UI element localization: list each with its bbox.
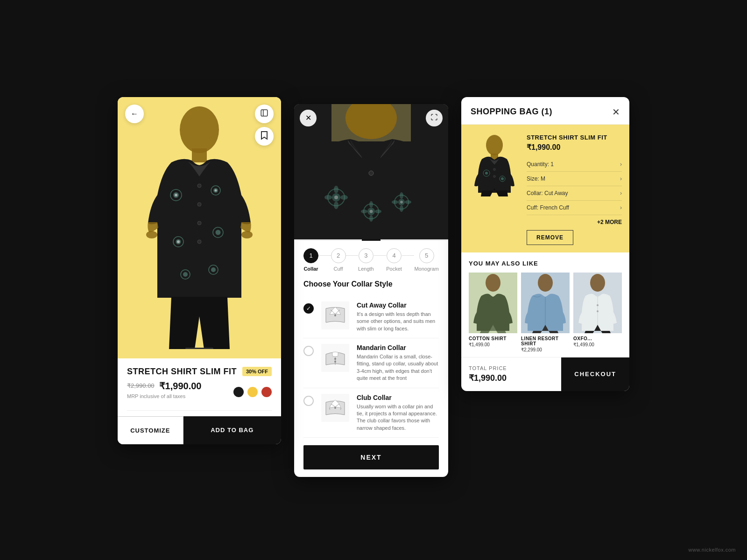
collar-desc-club: Usually worn with a collar pin and tie, … xyxy=(357,403,439,432)
recommendation-item-1[interactable]: COTTON SHIRT ₹1,499.00 xyxy=(469,273,517,352)
checkout-button[interactable]: CHECKOUT xyxy=(561,357,629,391)
collar-info-cutaway: Cut Away Collar It's a design with less … xyxy=(357,301,439,332)
collar-section-title: Choose Your Collar Style xyxy=(303,280,439,288)
step-4-circle: 4 xyxy=(387,248,402,263)
bag-quantity-label: Quantity: 1 xyxy=(527,161,554,168)
bag-item-price: ₹1,990.00 xyxy=(527,143,622,152)
collar-icon-cutaway xyxy=(321,301,349,329)
svg-point-72 xyxy=(597,310,599,312)
collar-option-mandarin[interactable]: Mandarin Collar Mandarin Collar is a sma… xyxy=(303,338,439,388)
svg-point-39 xyxy=(400,192,403,199)
product-actions: CUSTOMIZE ADD TO BAG xyxy=(118,416,281,444)
rec-product-name-3: OXFO... xyxy=(573,336,622,341)
rec-product-name-1: COTTON SHIRT xyxy=(469,336,517,341)
recommendation-item-2[interactable]: LINEN RESORT SHIRT ₹2,299.00 xyxy=(521,273,570,352)
bag-size-row[interactable]: Size: M › xyxy=(527,172,622,186)
step-5-label: Monogram xyxy=(414,266,439,272)
recommendation-item-3[interactable]: OXFO... ₹1,499.00 xyxy=(573,273,622,352)
tax-note: MRP inclusive of all taxes xyxy=(127,393,185,399)
total-price-value: ₹1,990.00 xyxy=(469,373,554,383)
bag-quantity-row[interactable]: Quantity: 1 › xyxy=(527,157,622,172)
shopping-bag-screen: SHOPPING BAG (1) ✕ xyxy=(461,97,629,391)
bag-size-label: Size: M xyxy=(527,175,545,182)
svg-point-16 xyxy=(177,240,180,243)
svg-point-51 xyxy=(334,315,336,316)
collar-option-club[interactable]: Club Collar Usually worn with a collar p… xyxy=(303,388,439,438)
svg-point-18 xyxy=(216,230,221,235)
bag-collar-label: Collar: Cut Away xyxy=(527,190,568,196)
customization-screen: ✕ 1 Collar 2 Cuff xyxy=(294,104,448,477)
remove-item-button[interactable]: REMOVE xyxy=(527,230,573,245)
svg-point-69 xyxy=(590,274,605,292)
collar-icon-mandarin xyxy=(321,344,349,372)
color-swatch-black[interactable] xyxy=(233,387,244,397)
svg-point-7 xyxy=(197,240,201,244)
expand-icon xyxy=(430,113,438,122)
bag-item-image xyxy=(469,132,520,197)
collar-option-cutaway[interactable]: Cut Away Collar It's a design with less … xyxy=(303,296,439,338)
bag-item: STRETCH SHIRT SLIM FIT ₹1,990.00 Quantit… xyxy=(461,125,629,252)
svg-point-24 xyxy=(241,231,253,238)
step-length[interactable]: 3 Length xyxy=(358,248,374,272)
add-to-bag-button[interactable]: ADD TO BAG xyxy=(183,416,281,444)
step-collar[interactable]: 1 Collar xyxy=(303,248,318,272)
next-step-button[interactable]: NEXT xyxy=(303,445,439,469)
recommendation-list: COTTON SHIRT ₹1,499.00 xyxy=(469,273,622,352)
close-customization-button[interactable]: ✕ xyxy=(300,110,317,126)
svg-point-61 xyxy=(493,175,496,177)
collar-radio-club[interactable] xyxy=(303,396,314,406)
color-swatch-red[interactable] xyxy=(261,387,272,397)
collar-desc-mandarin: Mandarin Collar is a small, close-fittin… xyxy=(357,353,439,382)
product-info-section: STRETCH SHIRT SLIM FIT 30% OFF ₹2,990.00… xyxy=(118,358,281,416)
rec-product-price-3: ₹1,499.00 xyxy=(573,342,622,347)
close-icon: ✕ xyxy=(305,113,311,122)
svg-point-35 xyxy=(340,195,348,200)
bag-cuff-label: Cuff: French Cuff xyxy=(527,204,569,211)
rec-product-name-2: LINEN RESORT SHIRT xyxy=(521,336,570,346)
svg-point-2 xyxy=(180,106,219,153)
step-1-circle: 1 xyxy=(303,248,318,263)
svg-point-33 xyxy=(334,202,338,209)
image-progress-indicator xyxy=(185,348,213,349)
svg-point-20 xyxy=(183,272,188,277)
recommendation-image-3 xyxy=(573,273,622,333)
collar-radio-cutaway[interactable] xyxy=(303,303,314,314)
svg-point-46 xyxy=(369,201,373,208)
step-pocket[interactable]: 4 Pocket xyxy=(386,248,402,272)
svg-point-54 xyxy=(334,358,336,360)
step-5-circle: 5 xyxy=(419,248,434,263)
svg-point-6 xyxy=(197,221,201,225)
collar-selection-section: Choose Your Collar Style Cut Away Collar… xyxy=(294,275,448,438)
collar-radio-mandarin[interactable] xyxy=(303,346,314,356)
svg-point-41 xyxy=(392,200,398,204)
collar-image-preview: ✕ xyxy=(294,104,448,239)
bag-item-name: STRETCH SHIRT SLIM FIT xyxy=(527,134,622,141)
bag-collar-row[interactable]: Collar: Cut Away › xyxy=(527,186,622,201)
color-swatch-yellow[interactable] xyxy=(247,387,258,397)
bag-cuff-row[interactable]: Cuff: French Cuff › xyxy=(527,201,622,215)
product-image-area: ← xyxy=(118,97,281,358)
svg-point-38 xyxy=(400,201,403,203)
step-3-label: Length xyxy=(358,266,374,272)
close-bag-icon: ✕ xyxy=(612,107,620,117)
recommendation-image-2 xyxy=(521,273,570,333)
bag-more-options[interactable]: +2 MORE xyxy=(527,215,622,225)
brand-footer: www.nickelfox.com xyxy=(689,547,736,553)
svg-point-57 xyxy=(334,407,336,409)
svg-point-66 xyxy=(486,274,500,292)
svg-point-4 xyxy=(197,184,201,188)
collar-info-mandarin: Mandarin Collar Mandarin Collar is a sma… xyxy=(357,344,439,382)
discount-badge: 30% OFF xyxy=(242,367,272,376)
customize-button[interactable]: CUSTOMIZE xyxy=(118,416,183,444)
expand-view-button[interactable] xyxy=(426,110,443,126)
svg-point-63 xyxy=(485,172,488,175)
collar-icon-club xyxy=(321,394,349,422)
collar-name-club: Club Collar xyxy=(357,394,439,401)
svg-point-22 xyxy=(211,267,216,272)
step-monogram[interactable]: 5 Monogram xyxy=(414,248,439,272)
close-bag-button[interactable]: ✕ xyxy=(612,106,620,118)
svg-point-28 xyxy=(369,171,374,175)
step-cuff[interactable]: 2 Cuff xyxy=(331,248,346,272)
total-label: TOTAL PRICE xyxy=(469,365,554,371)
svg-rect-3 xyxy=(192,148,207,162)
